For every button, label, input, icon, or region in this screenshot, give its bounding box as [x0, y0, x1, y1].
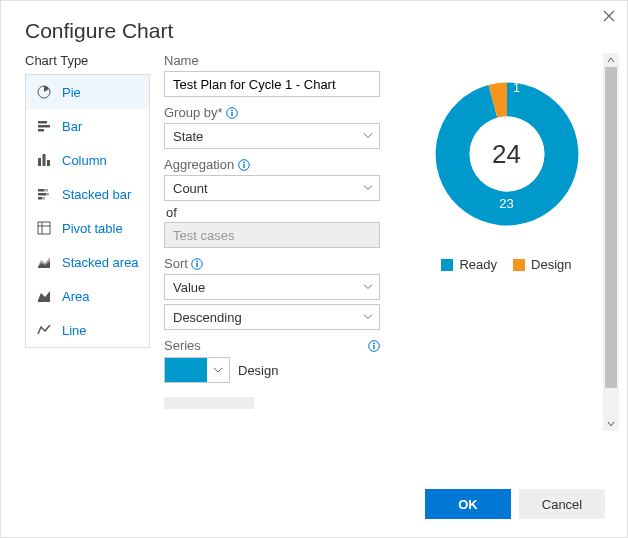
svg-rect-2	[38, 125, 50, 128]
svg-rect-4	[38, 158, 41, 166]
sort-dir-select[interactable]: Descending	[164, 304, 380, 330]
chart-type-label: Column	[62, 153, 107, 168]
svg-rect-6	[47, 160, 50, 166]
chart-type-list: PieBarColumnStacked barPivot tableStacke…	[25, 74, 150, 348]
scrollbar[interactable]	[603, 53, 619, 431]
chart-type-pivot[interactable]: Pivot table	[26, 211, 149, 245]
svg-rect-18	[231, 112, 232, 116]
svg-rect-11	[38, 197, 42, 200]
chart-legend: ReadyDesign	[441, 257, 571, 272]
chart-type-column[interactable]: Column	[26, 143, 149, 177]
info-icon[interactable]	[191, 257, 204, 270]
svg-rect-27	[373, 345, 374, 349]
slice-label-design: 1	[513, 81, 520, 95]
dialog-title: Configure Chart	[1, 1, 627, 53]
svg-rect-1	[38, 121, 47, 124]
chart-type-label: Bar	[62, 119, 82, 134]
bar-icon	[36, 118, 52, 134]
chart-preview: 24 23 1	[422, 69, 592, 239]
aggregation-select[interactable]: Count	[164, 175, 380, 201]
svg-point-23	[196, 260, 198, 262]
svg-point-17	[231, 109, 233, 111]
aggregation-label: Aggregation	[164, 157, 234, 172]
series-placeholder	[164, 397, 254, 409]
info-icon[interactable]	[367, 339, 380, 352]
color-swatch	[165, 358, 207, 382]
legend-item: Design	[513, 257, 571, 272]
svg-rect-21	[243, 164, 244, 168]
stacked-area-icon	[36, 254, 52, 270]
chevron-down-icon	[363, 181, 373, 196]
chart-type-label: Stacked area	[62, 255, 139, 270]
of-field: Test cases	[164, 222, 380, 248]
area-icon	[36, 288, 52, 304]
scroll-up-icon[interactable]	[603, 53, 619, 67]
series-color-picker[interactable]	[164, 357, 230, 383]
info-icon[interactable]	[226, 106, 239, 119]
svg-rect-8	[44, 189, 48, 192]
svg-rect-3	[38, 129, 44, 132]
pivot-icon	[36, 220, 52, 236]
svg-rect-10	[46, 193, 49, 196]
series-name: Design	[238, 363, 278, 378]
ok-button[interactable]: OK	[425, 489, 511, 519]
svg-rect-13	[38, 222, 50, 234]
chevron-down-icon	[363, 280, 373, 295]
legend-swatch	[513, 259, 525, 271]
chart-type-bar[interactable]: Bar	[26, 109, 149, 143]
series-label: Series	[164, 338, 201, 353]
chart-type-label: Line	[62, 323, 87, 338]
pie-icon	[36, 84, 52, 100]
chart-type-label: Stacked bar	[62, 187, 131, 202]
chevron-down-icon	[363, 310, 373, 325]
legend-swatch	[441, 259, 453, 271]
sort-field-select[interactable]: Value	[164, 274, 380, 300]
chart-type-label: Pivot table	[62, 221, 123, 236]
aggregation-value: Count	[173, 181, 208, 196]
svg-point-26	[373, 342, 375, 344]
chevron-down-icon	[363, 129, 373, 144]
svg-rect-5	[43, 154, 46, 166]
chart-type-label: Chart Type	[25, 53, 150, 68]
chart-type-line[interactable]: Line	[26, 313, 149, 347]
slice-label-ready: 23	[499, 196, 513, 211]
name-field[interactable]	[164, 71, 380, 97]
chart-type-stacked-area[interactable]: Stacked area	[26, 245, 149, 279]
legend-item: Ready	[441, 257, 497, 272]
chart-total: 24	[422, 69, 592, 239]
sort-field-value: Value	[173, 280, 205, 295]
column-icon	[36, 152, 52, 168]
chevron-down-icon	[207, 363, 229, 378]
svg-rect-12	[42, 197, 45, 200]
cancel-button[interactable]: Cancel	[519, 489, 605, 519]
name-label: Name	[164, 53, 380, 68]
group-by-value: State	[173, 129, 203, 144]
scroll-down-icon[interactable]	[603, 417, 619, 431]
of-value: Test cases	[173, 228, 234, 243]
chart-type-stacked-bar[interactable]: Stacked bar	[26, 177, 149, 211]
sort-dir-value: Descending	[173, 310, 242, 325]
of-label: of	[166, 205, 380, 220]
scroll-thumb[interactable]	[605, 67, 617, 388]
legend-label: Ready	[459, 257, 497, 272]
svg-point-20	[243, 161, 245, 163]
group-by-label: Group by*	[164, 105, 223, 120]
svg-rect-7	[38, 189, 44, 192]
close-icon[interactable]	[603, 9, 615, 25]
chart-type-pie[interactable]: Pie	[26, 75, 149, 109]
line-icon	[36, 322, 52, 338]
sort-label: Sort	[164, 256, 188, 271]
chart-type-area[interactable]: Area	[26, 279, 149, 313]
group-by-select[interactable]: State	[164, 123, 380, 149]
legend-label: Design	[531, 257, 571, 272]
stacked-bar-icon	[36, 186, 52, 202]
svg-rect-24	[197, 263, 198, 267]
chart-type-label: Pie	[62, 85, 81, 100]
info-icon[interactable]	[237, 158, 250, 171]
chart-type-label: Area	[62, 289, 89, 304]
svg-rect-9	[38, 193, 46, 196]
